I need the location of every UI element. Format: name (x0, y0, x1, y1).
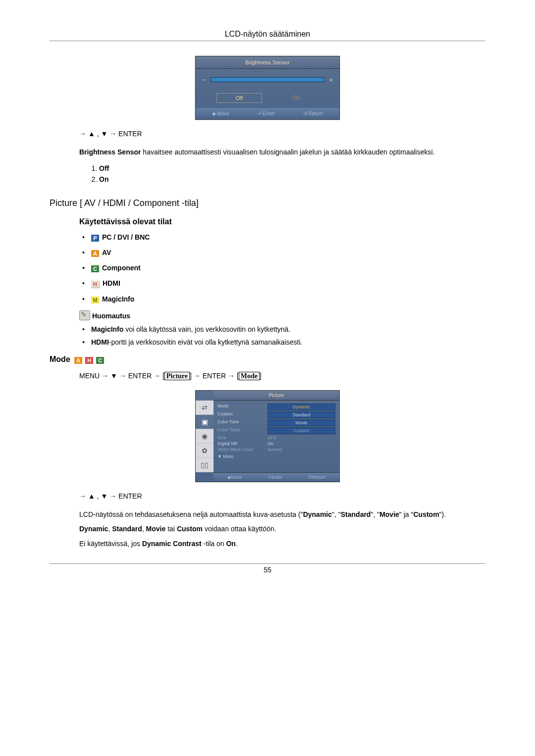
osd2-item[interactable]: Digital NR:On (217, 441, 335, 446)
mode-component: CComponent (79, 264, 485, 272)
osd2-title: Picture (214, 391, 339, 401)
badge-a-icon: A (74, 357, 82, 364)
item-label: Color Tone (217, 419, 265, 426)
enter-hint: ⏎Enter (268, 475, 282, 480)
not-available-note: Ei käytettävissä, jos Dynamic Contrast -… (79, 539, 485, 549)
item-label: Size (217, 435, 265, 440)
osd2-item[interactable]: Color Tone:Movie (217, 419, 335, 426)
list-item: On (99, 175, 485, 183)
move-hint: ◆Move (227, 475, 242, 480)
osd-title: Brightness Sensor (196, 56, 339, 69)
note-icon (79, 310, 90, 320)
badge-c-icon: C (96, 357, 104, 364)
nav-sequence: → ▲ , ▼ → ENTER (79, 130, 485, 138)
move-icon: ◆ (227, 475, 231, 480)
option-off[interactable]: Off (216, 93, 262, 103)
item-label: HDMI Black Level (217, 447, 265, 452)
note-list: MagicInfo voi olla käytössä vain, jos ve… (79, 325, 485, 346)
sidebar-setup-icon[interactable]: ✿ (196, 444, 214, 458)
return-icon: ↺ (303, 111, 307, 116)
enter-hint: ⏎Enter (258, 111, 274, 116)
item-label: Mode (217, 403, 265, 410)
item-value: Dynamic (268, 403, 335, 410)
sidebar-input-icon[interactable]: ⇄ (196, 401, 214, 415)
enter-icon: ⏎ (258, 111, 262, 116)
options-list: Off On (79, 164, 485, 183)
osd-picture-container: Picture ⇄ ▣ ◉ ✿ ▯▯ Mode:DynamicCustom:St… (50, 390, 485, 482)
sidebar-picture-icon[interactable]: ▣ (196, 415, 214, 429)
header-rule (50, 41, 485, 41)
return-icon: ↺ (308, 475, 312, 480)
item-value: Custom (268, 427, 335, 434)
osd2-item[interactable]: Custom:Standard (217, 411, 335, 418)
sidebar-sound-icon[interactable]: ◉ (196, 429, 214, 444)
note-item: MagicInfo voi olla käytössä vain, jos ve… (79, 325, 485, 333)
badge-h-icon: H (91, 281, 100, 288)
osd-picture: Picture ⇄ ▣ ◉ ✿ ▯▯ Mode:DynamicCustom:St… (195, 390, 340, 482)
osd-brightness: Brightness Sensor − + Off On ◆Move ⏎Ente… (195, 56, 340, 120)
slider-bar[interactable] (211, 77, 324, 82)
plus-icon: + (327, 76, 334, 83)
osd2-item[interactable]: Color Temp.:Custom (217, 427, 335, 434)
page-number: 55 (50, 566, 485, 574)
osd2-item[interactable]: HDMI Black Level:Normal (217, 447, 335, 452)
item-label: Digital NR (217, 441, 265, 446)
note-heading: Huomautus (79, 310, 485, 320)
preset-description: LCD-näytössä on tehdasasetuksena neljä a… (79, 510, 485, 520)
osd2-item[interactable]: Mode:Dynamic (217, 403, 335, 410)
brightness-description: Brightness Sensor havaitsee automaattise… (79, 148, 485, 157)
mode-magicinfo: MMagicInfo (79, 295, 485, 303)
option-on[interactable]: On (274, 93, 319, 103)
osd2-footer: ◆Move ⏎Enter ↺Return (214, 472, 339, 482)
sidebar-multi-icon[interactable]: ▯▯ (196, 458, 214, 472)
heading-available-modes: Käytettävissä olevat tilat (79, 217, 485, 226)
osd2-item[interactable]: Size:16:9 (217, 435, 335, 440)
return-hint: ↺Return (308, 475, 325, 480)
nav-sequence-2: → ▲ , ▼ → ENTER (79, 492, 485, 500)
move-hint: ◆Move (212, 111, 229, 116)
mode-pc: PPC / DVI / BNC (79, 233, 485, 242)
badge-p-icon: P (91, 235, 99, 242)
item-label: Color Temp. (217, 427, 265, 434)
item-value: On (268, 441, 335, 446)
menu-path: MENU → ▼ → ENTER → [Picture] → ENTER → [… (79, 372, 485, 380)
heading-mode: Mode AHC (50, 355, 485, 364)
badge-m-icon: M (91, 297, 99, 303)
badge-h-icon: H (85, 357, 93, 364)
item-value: Movie (268, 419, 335, 426)
item-label: Custom (217, 411, 265, 418)
osd-footer: ◆Move ⏎Enter ↺Return (196, 108, 339, 119)
more-indicator[interactable]: ▼ More (217, 454, 335, 459)
minus-icon: − (201, 76, 208, 83)
move-icon: ◆ (212, 111, 216, 116)
note-item: HDMI-portti ja verkkosovitin eivät voi o… (79, 338, 485, 346)
page-header: LCD-näytön säätäminen (50, 30, 485, 39)
footer-rule (50, 563, 485, 564)
mode-hdmi: HHDMI (79, 279, 485, 288)
heading-picture: Picture [ AV / HDMI / Component -tila] (50, 198, 485, 208)
activate-description: Dynamic, Standard, Movie tai Custom void… (79, 524, 485, 534)
osd-brightness-container: Brightness Sensor − + Off On ◆Move ⏎Ente… (50, 56, 485, 120)
osd2-body: Mode:DynamicCustom:StandardColor Tone:Mo… (214, 401, 339, 472)
return-hint: ↺Return (303, 111, 323, 116)
modes-list: PPC / DVI / BNC AAV CComponent HHDMI MMa… (79, 233, 485, 303)
item-value: Standard (268, 411, 335, 418)
list-item: Off (99, 164, 485, 172)
osd2-sidebar: ⇄ ▣ ◉ ✿ ▯▯ (196, 401, 214, 472)
badge-a-icon: A (91, 250, 99, 257)
item-value: Normal (268, 447, 335, 452)
brightness-slider[interactable]: − + (201, 76, 334, 83)
mode-av: AAV (79, 249, 485, 257)
badge-c-icon: C (91, 265, 99, 272)
item-value: 16:9 (268, 435, 335, 440)
